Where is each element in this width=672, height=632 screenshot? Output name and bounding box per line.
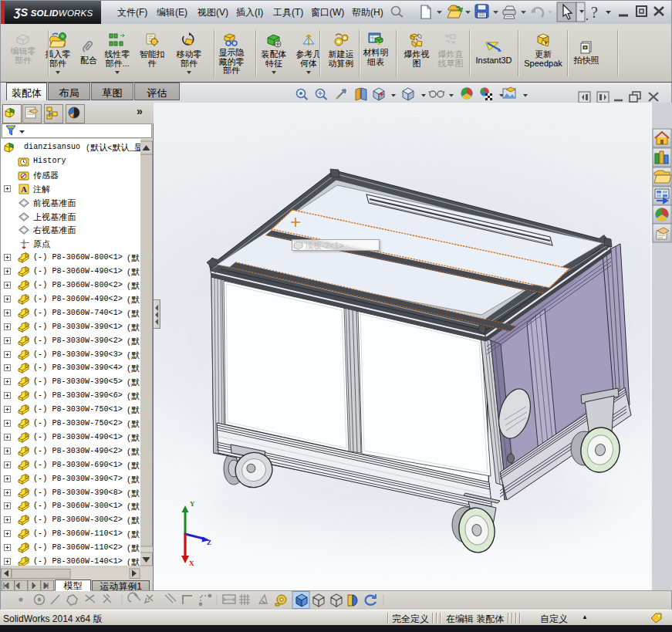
svg-text:Z: Z bbox=[207, 539, 211, 546]
svg-text:?: ? bbox=[591, 4, 598, 21]
svg-text:X: X bbox=[189, 559, 194, 567]
svg-text:Y: Y bbox=[190, 500, 195, 508]
